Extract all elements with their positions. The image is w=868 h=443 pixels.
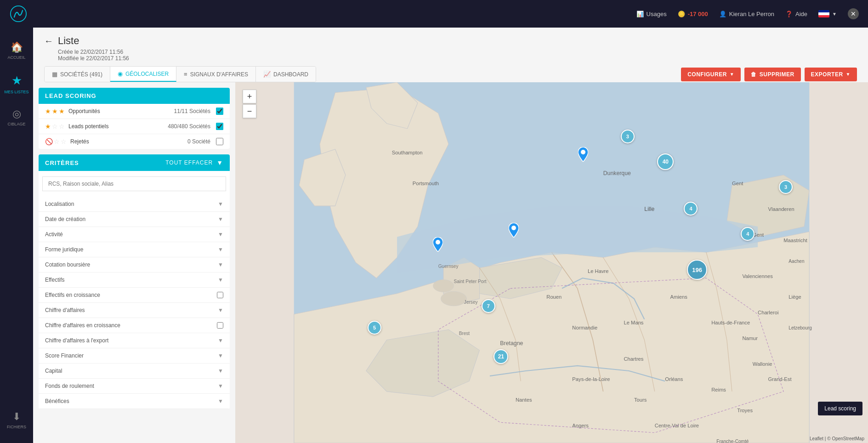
svg-text:Dunkerque: Dunkerque (603, 170, 631, 176)
lead-count-opportunites: 11/11 Sociétés (174, 108, 210, 114)
filter-ca-croissance-checkbox[interactable] (217, 322, 223, 329)
filter-fonds-label: Fonds de roulement (45, 383, 218, 389)
filter-benefices-label: Bénéfices (45, 398, 218, 404)
list-icon: ≡ (184, 71, 187, 78)
cluster-7-rennes[interactable]: 7 (482, 299, 495, 313)
dashboard-icon: 📈 (263, 71, 271, 78)
cluster-40-lille[interactable]: 40 (657, 153, 674, 170)
nav-close-button[interactable]: ✕ (848, 8, 859, 19)
nav-language[interactable]: ▼ (818, 10, 837, 17)
filter-score-financier[interactable]: Score Financier ▼ (39, 348, 230, 363)
filter-ca-croissance[interactable]: Chiffre d'affaires en croissance (39, 318, 230, 333)
cluster-21-nantes[interactable]: 21 (494, 349, 508, 364)
top-navigation: 📊 Usages 🪙 -17 000 👤 Kieran Le Perron ❓ … (0, 0, 868, 28)
filter-ca-export-label: Chiffre d'affaires à l'export (45, 337, 218, 344)
zoom-out-button[interactable]: − (243, 104, 256, 118)
map-area[interactable]: Southampton Portsmouth Dunkerque Lille G… (235, 82, 868, 443)
delete-button[interactable]: 🗑 SUPPRIMER (744, 68, 800, 81)
cluster-196-center[interactable]: 196 (687, 260, 707, 280)
tab-signaux[interactable]: ≡ SIGNAUX D'AFFAIRES (176, 67, 256, 82)
sidebar-label-ciblage: CIBLAGE (7, 122, 25, 126)
back-button[interactable]: ← (44, 36, 53, 46)
coin-icon: 🪙 (678, 11, 685, 17)
sidebar-item-ciblage[interactable]: ◎ CIBLAGE (0, 103, 33, 131)
export-button[interactable]: EXPORTER ▼ (805, 68, 857, 81)
filter-forme-juridique[interactable]: Forme juridique ▼ (39, 242, 230, 257)
filter-effectifs[interactable]: Effectifs ▼ (39, 273, 230, 288)
filter-ca-croissance-label: Chiffre d'affaires en croissance (45, 322, 217, 329)
filter-cotation[interactable]: Cotation boursière ▼ (39, 257, 230, 273)
grid-icon: ▦ (52, 71, 57, 78)
action-buttons: CONFIGURER ▼ 🗑 SUPPRIMER EXPORTER ▼ (681, 68, 857, 81)
tab-societes[interactable]: ▦ SOCIÉTÉS (491) (45, 67, 110, 82)
svg-text:Lille: Lille (644, 206, 654, 212)
filter-fonds-roulement[interactable]: Fonds de roulement ▼ (39, 379, 230, 394)
filter-forme-label: Forme juridique (45, 246, 218, 253)
lead-checkbox-rejetes[interactable] (216, 138, 223, 145)
lead-count-potentiels: 480/480 Sociétés (168, 123, 210, 130)
pin-marker-1[interactable] (578, 147, 588, 162)
app-logo[interactable] (9, 5, 28, 23)
zoom-in-button[interactable]: + (243, 90, 256, 103)
svg-text:Gent: Gent (732, 181, 743, 186)
filter-benefices[interactable]: Bénéfices ▼ (39, 394, 230, 409)
svg-point-43 (511, 226, 516, 230)
sidebar-item-accueil[interactable]: 🏠 ACCUEIL (0, 37, 33, 64)
filter-effectifs-croissance-checkbox[interactable] (217, 292, 223, 298)
cluster-3-east[interactable]: 3 (779, 180, 793, 194)
sidebar-label-mes-listes: MES LISTES (4, 90, 28, 94)
criteres-chevron-icon[interactable]: ▼ (216, 159, 223, 166)
sidebar-item-fichiers[interactable]: ⬇ FICHIERS (0, 406, 33, 434)
chevron-down-icon: ▼ (832, 11, 837, 17)
location-icon: ◉ (118, 70, 123, 77)
filter-chevron-icon: ▼ (218, 216, 223, 222)
cluster-5-brest[interactable]: 5 (368, 321, 381, 335)
cluster-4-paris[interactable]: 4 (741, 227, 755, 241)
filter-localisation[interactable]: Localisation ▼ (39, 197, 230, 212)
left-panel: LEAD SCORING ★ ★ ★ Opportunités 11/11 So… (33, 82, 235, 443)
map-container[interactable]: Southampton Portsmouth Dunkerque Lille G… (235, 82, 868, 443)
filter-score-label: Score Financier (45, 352, 218, 359)
filter-effectifs-croissance[interactable]: Effectifs en croissance (39, 288, 230, 303)
filter-capital[interactable]: Capital ▼ (39, 363, 230, 379)
configure-chevron-icon: ▼ (730, 72, 734, 77)
star-1: ★ (45, 123, 51, 130)
pin-marker-2[interactable] (509, 223, 519, 238)
tab-geolocaliser[interactable]: ◉ GÉOLOCALISER (110, 67, 176, 82)
star-1: ★ (45, 108, 51, 115)
credit-separator: | © (825, 436, 832, 441)
clear-all-button[interactable]: Tout effacer (165, 159, 213, 166)
filter-effectifs-croissance-label: Effectifs en croissance (45, 292, 217, 298)
nav-help-label: Aide (795, 11, 807, 17)
filter-ca-export[interactable]: Chiffre d'affaires à l'export ▼ (39, 333, 230, 348)
cluster-3-dunkerque[interactable]: 3 (621, 130, 635, 143)
tab-signaux-label: SIGNAUX D'AFFAIRES (190, 71, 248, 78)
tabs-row: ▦ SOCIÉTÉS (491) ◉ GÉOLOCALISER ≡ SIGNAU… (33, 66, 868, 82)
nav-credit[interactable]: 🪙 -17 000 (678, 11, 708, 17)
star-icon: ★ (11, 74, 22, 88)
svg-text:Hauts-de-France: Hauts-de-France (711, 320, 750, 325)
filter-date-creation[interactable]: Date de création ▼ (39, 212, 230, 227)
tab-societes-label: SOCIÉTÉS (491) (60, 71, 102, 78)
cluster-4-amiens[interactable]: 4 (684, 202, 698, 216)
filter-activite[interactable]: Activité ▼ (39, 227, 230, 242)
lead-checkbox-potentiels[interactable] (216, 123, 223, 130)
nav-usages[interactable]: 📊 Usages (636, 11, 667, 17)
star-3: ☆ (59, 123, 65, 130)
nav-help[interactable]: ❓ Aide (785, 11, 807, 17)
configure-button[interactable]: CONFIGURER ▼ (681, 68, 741, 81)
svg-text:Vlaanderen: Vlaanderen (768, 206, 794, 212)
pin-marker-3[interactable] (433, 237, 443, 252)
svg-text:Liège: Liège (789, 294, 801, 300)
tab-dashboard[interactable]: 📈 DASHBOARD (256, 67, 316, 82)
search-input[interactable] (42, 176, 226, 191)
filter-localisation-label: Localisation (45, 201, 218, 207)
svg-text:Saint Peter Port: Saint Peter Port (454, 279, 486, 284)
lead-checkbox-opportunites[interactable] (216, 108, 223, 115)
tab-group: ▦ SOCIÉTÉS (491) ◉ GÉOLOCALISER ≡ SIGNAU… (44, 66, 316, 82)
lead-scoring-row-rejetes: 🚫 ☆ ☆ Rejetés 0 Société (39, 134, 230, 149)
sidebar-item-mes-listes[interactable]: ★ MES LISTES (0, 69, 33, 99)
export-label: EXPORTER (811, 71, 843, 78)
filter-chiffre-affaires[interactable]: Chiffre d'affaires ▼ (39, 303, 230, 318)
nav-user[interactable]: 👤 Kieran Le Perron (719, 11, 774, 17)
